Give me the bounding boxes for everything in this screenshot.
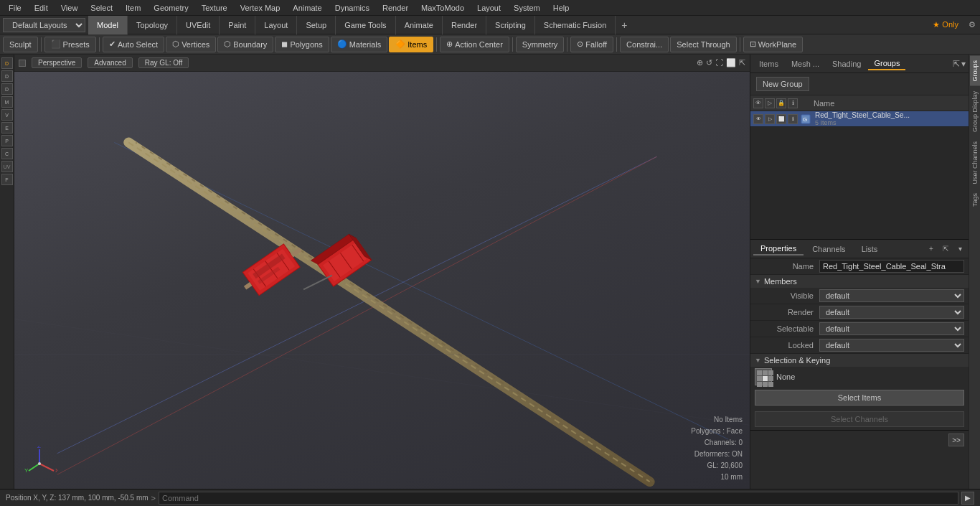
layout-star[interactable]: ★ Only xyxy=(927,20,964,29)
tab-shading[interactable]: Shading xyxy=(826,58,867,70)
perspective-button[interactable]: Perspective xyxy=(32,57,82,68)
layout-tab-paint[interactable]: Paint xyxy=(220,16,255,34)
symmetry-button[interactable]: Symmetry xyxy=(516,37,565,52)
footer-arrow-button[interactable]: >> xyxy=(948,434,964,446)
left-tool-7[interactable]: P xyxy=(1,135,13,146)
presets-button[interactable]: ⬛ Presets xyxy=(44,37,96,52)
layout-tab-topology[interactable]: Topology xyxy=(128,16,177,34)
menu-vertex-map[interactable]: Vertex Map xyxy=(235,2,286,14)
items-button[interactable]: 🔶 Items xyxy=(389,37,433,52)
left-tool-9[interactable]: UV xyxy=(1,161,13,172)
menu-texture[interactable]: Texture xyxy=(196,2,233,14)
select-channels-button[interactable]: Select Channels xyxy=(755,411,964,427)
props-settings-icon[interactable]: ▾ xyxy=(954,243,966,255)
select-through-button[interactable]: Select Through xyxy=(670,37,736,52)
tab-groups[interactable]: Groups xyxy=(868,57,905,70)
layout-tab-scripting[interactable]: Scripting xyxy=(486,16,535,34)
item-lock-icon[interactable]: ⬜ xyxy=(776,114,786,124)
vertices-button[interactable]: ⬡ Vertices xyxy=(166,37,216,52)
props-add-icon[interactable]: + xyxy=(925,243,937,255)
layout-add-tab[interactable]: + xyxy=(616,17,633,33)
selectable-select[interactable]: default xyxy=(819,322,964,335)
locked-select[interactable]: default xyxy=(819,339,964,352)
advanced-button[interactable]: Advanced xyxy=(88,57,132,68)
groups-settings-icon[interactable]: ▾ xyxy=(961,59,966,69)
viewport-icon-5[interactable]: ⇱ xyxy=(739,58,745,67)
groups-expand-icon[interactable]: ⇱ xyxy=(953,59,960,69)
tab-channels[interactable]: Channels xyxy=(805,243,852,255)
props-expand-icon[interactable]: ⇱ xyxy=(940,243,951,255)
ray-gl-button[interactable]: Ray GL: Off xyxy=(138,57,189,68)
sculpt-button[interactable]: Sculpt xyxy=(3,37,38,52)
members-section[interactable]: ▼ Members xyxy=(750,275,969,288)
left-tool-3[interactable]: D xyxy=(1,83,13,95)
constraints-button[interactable]: Constrai... xyxy=(620,37,669,52)
layout-tab-layout[interactable]: Layout xyxy=(255,16,297,34)
menu-edit[interactable]: Edit xyxy=(29,2,54,14)
left-tool-5[interactable]: V xyxy=(1,109,13,121)
group-item-1[interactable]: 👁 ▷ ⬜ ℹ G Red_Tight_Steel_Cable_Se... 5 … xyxy=(750,111,969,127)
item-info-icon[interactable]: ℹ xyxy=(788,114,798,124)
menu-help[interactable]: Help xyxy=(547,2,575,14)
cmd-submit-button[interactable]: ▶ xyxy=(961,492,974,505)
item-render-icon[interactable]: ▷ xyxy=(765,114,775,124)
tab-properties[interactable]: Properties xyxy=(753,243,804,256)
menu-file[interactable]: File xyxy=(3,2,27,14)
left-tool-6[interactable]: E xyxy=(1,122,13,133)
left-tool-1[interactable]: D xyxy=(1,57,13,69)
left-tool-4[interactable]: M xyxy=(1,96,13,108)
action-center-button[interactable]: ⊕ Action Center xyxy=(440,37,509,52)
layout-tab-render[interactable]: Render xyxy=(443,16,486,34)
item-expand-icon[interactable]: G xyxy=(801,114,811,124)
left-tool-10[interactable]: F xyxy=(1,174,13,185)
viewport-canvas[interactable]: No Items Polygons : Face Channels: 0 Def… xyxy=(14,72,750,489)
layout-tab-animate[interactable]: Animate xyxy=(396,16,443,34)
layout-tab-model[interactable]: Model xyxy=(88,16,128,34)
left-tool-2[interactable]: D xyxy=(1,70,13,82)
menu-select[interactable]: Select xyxy=(85,2,118,14)
menu-animate[interactable]: Animate xyxy=(287,2,327,14)
viewport-icon-1[interactable]: ⊕ xyxy=(697,58,703,67)
col-info-icon[interactable]: ℹ xyxy=(788,98,798,108)
tab-mesh[interactable]: Mesh ... xyxy=(786,58,825,70)
viewport-toggle[interactable] xyxy=(19,60,26,67)
menu-view[interactable]: View xyxy=(55,2,84,14)
visible-select[interactable]: default xyxy=(819,289,964,302)
materials-button[interactable]: 🔵 Materials xyxy=(331,37,388,52)
left-tool-8[interactable]: C xyxy=(1,148,13,159)
col-lock-icon[interactable]: 🔒 xyxy=(776,98,786,108)
tab-items[interactable]: Items xyxy=(753,58,784,70)
layout-gear-icon[interactable]: ⚙ xyxy=(964,20,980,29)
polygons-button[interactable]: ◼ Polygons xyxy=(275,37,329,52)
layout-tab-game-tools[interactable]: Game Tools xyxy=(336,16,396,34)
command-input[interactable] xyxy=(159,492,958,505)
viewport-icon-4[interactable]: ⬜ xyxy=(726,58,736,67)
menu-dynamics[interactable]: Dynamics xyxy=(329,2,375,14)
menu-item[interactable]: Item xyxy=(120,2,146,14)
render-select[interactable]: default xyxy=(819,306,964,319)
menu-maxtomodo[interactable]: MaxToModo xyxy=(415,2,470,14)
boundary-button[interactable]: ⬡ Boundary xyxy=(217,37,273,52)
viewport-icon-2[interactable]: ↺ xyxy=(706,58,712,67)
menu-geometry[interactable]: Geometry xyxy=(148,2,194,14)
col-eye-icon[interactable]: 👁 xyxy=(753,98,763,108)
menu-system[interactable]: System xyxy=(508,2,546,14)
layout-tab-setup[interactable]: Setup xyxy=(297,16,336,34)
workplane-button[interactable]: ⊡ WorkPlane xyxy=(743,37,804,52)
vert-tab-user-channels[interactable]: User Channels xyxy=(970,137,980,189)
viewport-icon-3[interactable]: ⛶ xyxy=(715,58,723,67)
vert-tab-groups[interactable]: Groups xyxy=(970,56,980,86)
vert-tab-group-display[interactable]: Group Display xyxy=(970,87,980,136)
menu-render[interactable]: Render xyxy=(377,2,414,14)
menu-layout[interactable]: Layout xyxy=(471,2,507,14)
falloff-button[interactable]: ⊙ Falloff xyxy=(570,37,613,52)
col-render-icon[interactable]: ▷ xyxy=(765,98,775,108)
name-input[interactable] xyxy=(819,260,964,273)
auto-select-button[interactable]: ✔ Auto Select xyxy=(103,37,164,52)
new-group-button[interactable]: New Group xyxy=(756,77,809,91)
layout-tab-schematic-fusion[interactable]: Schematic Fusion xyxy=(535,16,616,34)
selection-section[interactable]: ▼ Selection & Keying xyxy=(750,354,969,367)
viewport[interactable]: Perspective Advanced Ray GL: Off ⊕ ↺ ⛶ ⬜… xyxy=(14,55,750,489)
layout-dropdown[interactable]: Default Layouts xyxy=(3,18,85,32)
item-eye-icon[interactable]: 👁 xyxy=(753,114,763,124)
